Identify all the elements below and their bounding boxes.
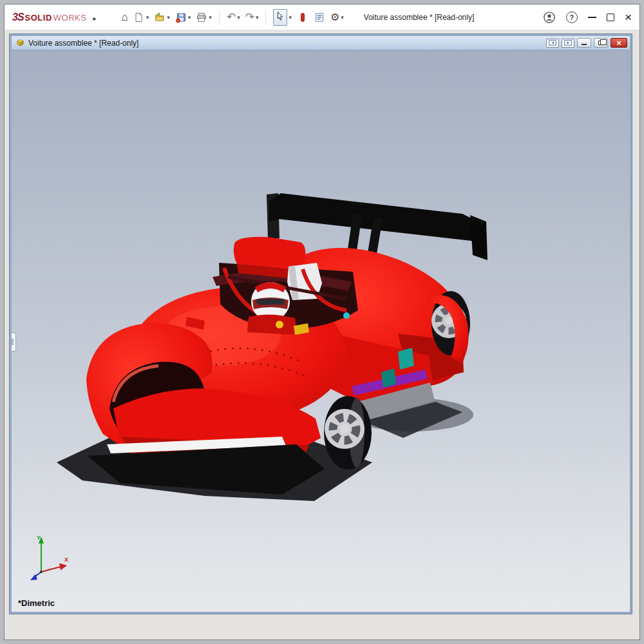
- car-assembly-rendering: [12, 50, 630, 612]
- print-button[interactable]: ▾: [194, 10, 214, 24]
- window-title: Voiture assomblee * [Read-only]: [364, 13, 474, 22]
- dropdown-icon[interactable]: ▾: [237, 14, 240, 21]
- panel-collapse-tab[interactable]: [12, 332, 16, 352]
- front-wheel[interactable]: [324, 396, 372, 469]
- minimize-icon: [582, 44, 587, 45]
- graphics-viewport[interactable]: Y X *Dimetric: [12, 50, 630, 612]
- main-toolbar: 3S SOLID WORKS ▸ ⌂ ▾: [5, 5, 639, 30]
- select-tool-pressed-frame: [273, 9, 287, 26]
- undo-button[interactable]: ↶ ▾: [225, 10, 242, 24]
- dropdown-icon[interactable]: ▾: [167, 14, 170, 21]
- close-button[interactable]: ×: [625, 12, 632, 22]
- 3ds-logo-icon: 3S: [12, 12, 24, 23]
- help-button[interactable]: ?: [566, 12, 578, 23]
- gear-icon: ⚙: [330, 12, 339, 23]
- doc-minimize-button[interactable]: [577, 38, 591, 48]
- save-button[interactable]: ▾: [173, 10, 193, 24]
- triad-x-label: X: [64, 556, 68, 563]
- open-button[interactable]: ▾: [152, 10, 172, 24]
- view-orientation-label: *Dimetric: [18, 598, 55, 608]
- dropdown-icon[interactable]: ▾: [256, 14, 259, 21]
- dropdown-icon[interactable]: ▾: [341, 14, 344, 21]
- red-capsule-button[interactable]: [295, 10, 310, 24]
- help-icon: ?: [570, 14, 574, 21]
- options-button[interactable]: ⚙ ▾: [328, 11, 346, 24]
- next-window-icon: [564, 40, 572, 46]
- document-titlebar[interactable]: Voiture assomblee * [Read-only]: [12, 36, 630, 50]
- new-document-icon: [133, 12, 145, 23]
- previous-window-button[interactable]: [546, 39, 559, 48]
- doc-window-controls: ×: [546, 38, 627, 48]
- user-account-icon[interactable]: [543, 11, 556, 24]
- close-icon: ×: [616, 39, 621, 47]
- new-document-button[interactable]: ▾: [131, 10, 151, 24]
- save-icon: [175, 12, 187, 23]
- toolbar-separator: [265, 10, 266, 25]
- select-cursor-icon: [275, 11, 285, 21]
- previous-window-icon: [549, 40, 556, 46]
- dropdown-icon[interactable]: ▾: [188, 14, 191, 21]
- brand-chevron-icon[interactable]: ▸: [93, 15, 96, 22]
- task-pane-button[interactable]: [312, 10, 327, 24]
- document-window: Voiture assomblee * [Read-only]: [10, 34, 632, 614]
- home-icon: ⌂: [121, 12, 128, 23]
- redo-button[interactable]: ↷ ▾: [243, 10, 261, 24]
- document-lines-icon: [314, 12, 325, 23]
- dropdown-icon[interactable]: ▾: [146, 14, 149, 21]
- restore-icon: [598, 41, 603, 45]
- open-folder-icon: [154, 12, 166, 23]
- triad-y-label: Y: [37, 535, 41, 541]
- helmet-visor: [256, 299, 285, 305]
- undo-icon: ↶: [227, 12, 236, 23]
- redo-icon: ↷: [245, 12, 254, 23]
- solidworks-app-window: 3S SOLID WORKS ▸ ⌂ ▾: [4, 4, 640, 640]
- assembly-icon: [15, 38, 25, 48]
- dropdown-icon[interactable]: ▾: [289, 14, 292, 21]
- dropdown-icon[interactable]: ▾: [209, 14, 212, 21]
- race-car-model[interactable]: [57, 193, 488, 501]
- quick-access-toolbar: ⌂ ▾ ▾: [119, 8, 345, 27]
- brand-solid-text: SOLID: [25, 13, 52, 23]
- doc-restore-button[interactable]: [594, 38, 608, 48]
- side-vent: [398, 348, 414, 370]
- next-window-button[interactable]: [562, 39, 574, 48]
- maximize-button[interactable]: [607, 14, 614, 21]
- solidworks-logo: 3S SOLID WORKS ▸: [12, 12, 96, 23]
- app-window-controls: ? ×: [543, 11, 632, 24]
- red-capsule-icon: [297, 12, 308, 23]
- driver-torso: [247, 314, 298, 335]
- doc-close-button[interactable]: ×: [611, 38, 627, 48]
- print-icon: [196, 12, 207, 23]
- orientation-triad: Y X: [19, 532, 71, 586]
- document-title: Voiture assomblee * [Read-only]: [28, 39, 138, 48]
- toolbar-separator: [219, 10, 220, 25]
- brand-works-text: WORKS: [53, 13, 87, 23]
- minimize-button[interactable]: [588, 17, 596, 18]
- select-tool-button[interactable]: ▾: [271, 8, 294, 27]
- home-button[interactable]: ⌂: [119, 10, 129, 24]
